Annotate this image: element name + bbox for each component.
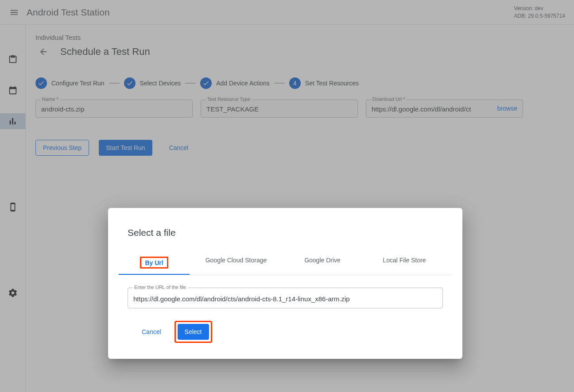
url-input-field[interactable]: Enter the URL of the file https://dl.goo…: [128, 288, 443, 308]
step-label: Select Devices: [140, 80, 181, 87]
field-label: Download Url *: [371, 96, 407, 102]
menu-button[interactable]: [5, 4, 23, 21]
dialog-cancel-button[interactable]: Cancel: [135, 324, 168, 340]
calendar-icon: [8, 85, 18, 95]
field-value: TEST_PACKAGE: [206, 104, 352, 113]
dialog-tabs: By Url Google Cloud Storage Google Drive…: [119, 250, 452, 275]
sidenav-item-device[interactable]: [0, 199, 26, 215]
tab-by-url[interactable]: By Url: [119, 250, 190, 275]
highlight-select: Select: [175, 321, 212, 343]
dialog-title: Select a file: [128, 227, 443, 238]
check-icon: [126, 80, 133, 87]
sidenav: [0, 25, 26, 392]
back-button[interactable]: [35, 44, 51, 60]
start-test-run-button[interactable]: Start Test Run: [99, 140, 152, 156]
page-title: Schedule a Test Run: [60, 46, 150, 58]
sidenav-item-analytics[interactable]: [0, 113, 26, 129]
cancel-button[interactable]: Cancel: [162, 140, 196, 156]
dialog-actions: Cancel Select: [128, 321, 443, 343]
download-url-field[interactable]: Download Url * https://dl.google.com/dl/…: [366, 100, 523, 118]
gear-icon: [8, 288, 18, 298]
dialog-select-button[interactable]: Select: [178, 324, 209, 340]
browse-link[interactable]: browse: [497, 105, 517, 112]
field-value: android-cts.zip: [41, 104, 187, 113]
select-file-dialog: Select a file By Url Google Cloud Storag…: [108, 208, 462, 359]
check-icon: [202, 80, 209, 87]
clipboard-icon: [8, 54, 18, 64]
highlight-by-url: By Url: [140, 257, 168, 269]
resource-type-field[interactable]: Test Resource Type TEST_PACKAGE: [201, 100, 358, 118]
bar-chart-icon: [8, 116, 18, 126]
field-value: https://dl.google.com/dl/android/ct: [372, 104, 493, 113]
field-value: https://dl.google.com/dl/android/cts/and…: [133, 295, 437, 303]
version-block: Version: dev ADB: 29.0.5-5975714: [514, 5, 569, 19]
step-actions[interactable]: Add Device Actions: [200, 77, 270, 89]
resource-fields-row: Name * android-cts.zip Test Resource Typ…: [35, 100, 564, 118]
step-number: 4: [289, 77, 301, 89]
sidenav-item-clipboard[interactable]: [0, 51, 26, 67]
step-label: Set Test Resources: [305, 80, 359, 87]
adb-line: ADB: 29.0.5-5975714: [514, 12, 565, 19]
menu-icon: [9, 8, 19, 17]
step-resources[interactable]: 4 Set Test Resources: [289, 77, 359, 89]
field-label: Enter the URL of the file: [132, 284, 188, 290]
app-title: Android Test Station: [27, 7, 110, 18]
version-line: Version: dev: [514, 5, 565, 12]
stepper: Configure Test Run Select Devices Add De…: [35, 77, 564, 89]
tab-local[interactable]: Local File Store: [362, 250, 446, 275]
topbar: Android Test Station Version: dev ADB: 2…: [0, 0, 574, 25]
actions-row: Previous Step Start Test Run Cancel: [35, 140, 564, 156]
sidenav-item-settings[interactable]: [0, 285, 26, 301]
check-icon: [38, 80, 45, 87]
tab-gcs[interactable]: Google Cloud Storage: [190, 250, 283, 275]
step-label: Add Device Actions: [216, 80, 270, 87]
sidenav-item-calendar[interactable]: [0, 82, 26, 98]
breadcrumb[interactable]: Individual Tests: [35, 34, 564, 41]
field-label: Test Resource Type: [206, 96, 252, 102]
phone-icon: [8, 202, 18, 212]
step-configure[interactable]: Configure Test Run: [35, 77, 105, 89]
tab-drive[interactable]: Google Drive: [283, 250, 362, 275]
step-label: Configure Test Run: [51, 80, 105, 87]
name-field[interactable]: Name * android-cts.zip: [35, 100, 193, 118]
step-devices[interactable]: Select Devices: [124, 77, 181, 89]
arrow-back-icon: [39, 47, 48, 57]
previous-step-button[interactable]: Previous Step: [35, 140, 89, 156]
field-label: Name *: [40, 96, 60, 102]
